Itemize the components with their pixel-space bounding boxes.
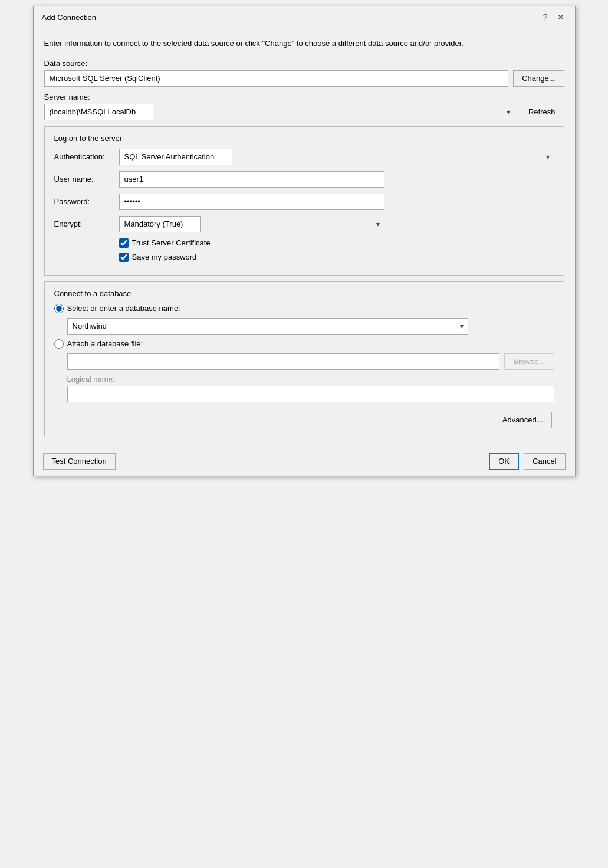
db-name-select-wrapper: Northwind master model msdb tempdb — [67, 318, 468, 335]
save-password-row: Save my password — [119, 253, 554, 262]
advanced-row: Advanced... — [54, 412, 554, 428]
select-db-radio[interactable] — [54, 304, 64, 313]
dialog-body: Enter information to connect to the sele… — [34, 28, 575, 447]
close-button[interactable]: ✕ — [554, 11, 568, 23]
encrypt-select-wrapper: Mandatory (True) Optional (False) Strict… — [119, 216, 384, 232]
connect-db-title: Connect to a database — [54, 289, 554, 298]
encrypt-select[interactable]: Mandatory (True) Optional (False) Strict… — [119, 216, 201, 232]
attach-file-radio-row: Attach a database file: — [54, 339, 554, 349]
password-input[interactable] — [119, 194, 384, 210]
server-name-section: Server name: (localdb)\MSSQLLocalDb Refr… — [44, 93, 564, 120]
encrypt-label: Encrypt: — [54, 220, 119, 228]
password-row: Password: — [54, 194, 554, 210]
description-text: Enter information to connect to the sele… — [44, 38, 564, 50]
save-password-label[interactable]: Save my password — [132, 253, 197, 261]
auth-select-wrapper: SQL Server Authentication Windows Authen… — [119, 149, 554, 165]
refresh-button[interactable]: Refresh — [520, 104, 564, 120]
footer-right: OK Cancel — [489, 453, 565, 470]
add-connection-dialog: Add Connection ? ✕ Enter information to … — [33, 6, 576, 476]
server-name-select-wrapper: (localdb)\MSSQLLocalDb — [44, 104, 515, 120]
username-label: User name: — [54, 175, 119, 184]
logical-name-label: Logical name: — [67, 375, 554, 384]
save-password-checkbox[interactable] — [119, 253, 129, 262]
attach-file-input[interactable] — [67, 353, 500, 370]
trust-cert-label[interactable]: Trust Server Certificate — [132, 238, 211, 247]
server-name-select[interactable]: (localdb)\MSSQLLocalDb — [44, 104, 153, 120]
select-db-radio-row: Select or enter a database name: — [54, 304, 554, 313]
title-bar: Add Connection ? ✕ — [34, 6, 575, 28]
help-button[interactable]: ? — [540, 11, 551, 23]
server-name-label: Server name: — [44, 93, 564, 101]
cancel-button[interactable]: Cancel — [524, 453, 565, 470]
db-name-row: Northwind master model msdb tempdb — [67, 318, 554, 335]
browse-button[interactable]: Browse... — [504, 353, 554, 370]
password-label: Password: — [54, 197, 119, 206]
data-source-label: Data source: — [44, 59, 564, 68]
log-on-title: Log on to the server — [54, 134, 554, 143]
data-source-input[interactable] — [44, 70, 509, 87]
attach-file-label[interactable]: Attach a database file: — [67, 339, 143, 348]
username-input[interactable] — [119, 171, 384, 188]
auth-row: Authentication: SQL Server Authenticatio… — [54, 149, 554, 165]
attach-file-radio[interactable] — [54, 339, 64, 349]
data-source-section: Data source: Change... — [44, 59, 564, 87]
data-source-row: Change... — [44, 70, 564, 87]
logical-name-input[interactable] — [67, 386, 554, 402]
encrypt-row: Encrypt: Mandatory (True) Optional (Fals… — [54, 216, 554, 232]
logical-input-wrapper — [67, 386, 554, 402]
trust-cert-checkbox[interactable] — [119, 238, 129, 248]
ok-button[interactable]: OK — [489, 453, 519, 470]
change-button[interactable]: Change... — [513, 70, 564, 87]
select-db-label[interactable]: Select or enter a database name: — [67, 304, 180, 313]
test-connection-button[interactable]: Test Connection — [43, 453, 116, 470]
browse-row: Browse... — [67, 353, 554, 370]
dialog-title: Add Connection — [42, 13, 97, 22]
db-name-select[interactable]: Northwind master model msdb tempdb — [67, 318, 468, 335]
footer: Test Connection OK Cancel — [34, 447, 575, 476]
advanced-button[interactable]: Advanced... — [494, 412, 552, 428]
username-row: User name: — [54, 171, 554, 188]
connect-db-section: Connect to a database Select or enter a … — [44, 281, 564, 437]
trust-cert-row: Trust Server Certificate — [119, 238, 554, 248]
auth-select[interactable]: SQL Server Authentication Windows Authen… — [119, 149, 232, 165]
title-bar-controls: ? ✕ — [540, 11, 568, 23]
server-name-row: (localdb)\MSSQLLocalDb Refresh — [44, 104, 564, 120]
log-on-section: Log on to the server Authentication: SQL… — [44, 126, 564, 276]
auth-label: Authentication: — [54, 152, 119, 161]
